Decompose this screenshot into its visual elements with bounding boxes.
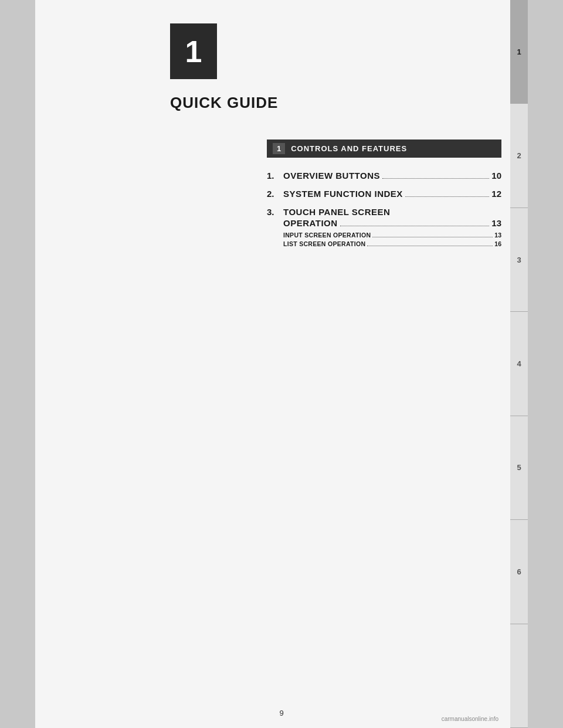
toc-sub-item-2-page: 16 — [494, 240, 501, 247]
toc-dots-2 — [405, 196, 489, 197]
sidebar-tab-7 — [510, 624, 528, 728]
chapter-number: 1 — [185, 34, 202, 69]
toc-item-1-title: OVERVIEW BUTTONS — [283, 171, 380, 181]
section-header-title: CONTROLS AND FEATURES — [291, 144, 407, 153]
sidebar-tab-2[interactable]: 2 — [510, 104, 528, 207]
toc-item-3-main-row: 3. TOUCH PANEL SCREEN — [267, 207, 501, 217]
sidebar-tab-3[interactable]: 3 — [510, 208, 528, 312]
white-page: 1 QUICK GUIDE 1 CONTROLS AND FEATURES 1.… — [35, 0, 528, 728]
toc-item-1: 1. OVERVIEW BUTTONS 10 — [267, 171, 501, 181]
sidebar-tab-5[interactable]: 5 — [510, 416, 528, 520]
toc-sub-item-2: LIST SCREEN OPERATION 16 — [267, 240, 501, 247]
toc-sub-dots-1 — [372, 237, 493, 237]
toc-sub-item-1-title: INPUT SCREEN OPERATION — [283, 232, 371, 239]
sidebar-tab-4[interactable]: 4 — [510, 312, 528, 416]
toc-dots-3 — [340, 226, 490, 226]
sidebar-tab-1[interactable]: 1 — [510, 0, 528, 104]
toc-item-2-page: 12 — [491, 189, 501, 199]
toc-item-2-number: 2. — [267, 189, 279, 199]
toc-section: 1 CONTROLS AND FEATURES 1. OVERVIEW BUTT… — [267, 140, 501, 249]
page-number: 9 — [279, 709, 283, 717]
toc-sub-item-2-title: LIST SCREEN OPERATION — [283, 240, 365, 247]
toc-sub-item-1-page: 13 — [494, 232, 501, 239]
toc-item-3-subtitle-row: OPERATION 13 — [267, 218, 501, 228]
toc-item-3-page: 13 — [491, 218, 501, 228]
toc-dots-1 — [382, 178, 489, 179]
toc-item-1-number: 1. — [267, 171, 279, 181]
toc-sub-dots-2 — [367, 246, 493, 246]
watermark: carmanualsonline.info — [442, 716, 498, 722]
toc-item-2: 2. SYSTEM FUNCTION INDEX 12 — [267, 189, 501, 199]
toc-item-3-subtitle: OPERATION — [283, 218, 338, 228]
toc-item-3-number: 3. — [267, 207, 279, 217]
toc-item-3-title: TOUCH PANEL SCREEN — [283, 207, 390, 217]
toc-item-2-title: SYSTEM FUNCTION INDEX — [283, 189, 403, 199]
section-header: 1 CONTROLS AND FEATURES — [267, 140, 501, 158]
toc-sub-item-1: INPUT SCREEN OPERATION 13 — [267, 232, 501, 239]
section-header-number: 1 — [273, 143, 285, 154]
toc-item-1-page: 10 — [491, 171, 501, 181]
sidebar-tab-6[interactable]: 6 — [510, 520, 528, 624]
page-title: QUICK GUIDE — [170, 94, 278, 112]
toc-item-3: 3. TOUCH PANEL SCREEN OPERATION 13 INPUT… — [267, 207, 501, 247]
sidebar-tabs: 1 2 3 4 5 6 — [510, 0, 528, 728]
chapter-box: 1 — [170, 23, 217, 79]
